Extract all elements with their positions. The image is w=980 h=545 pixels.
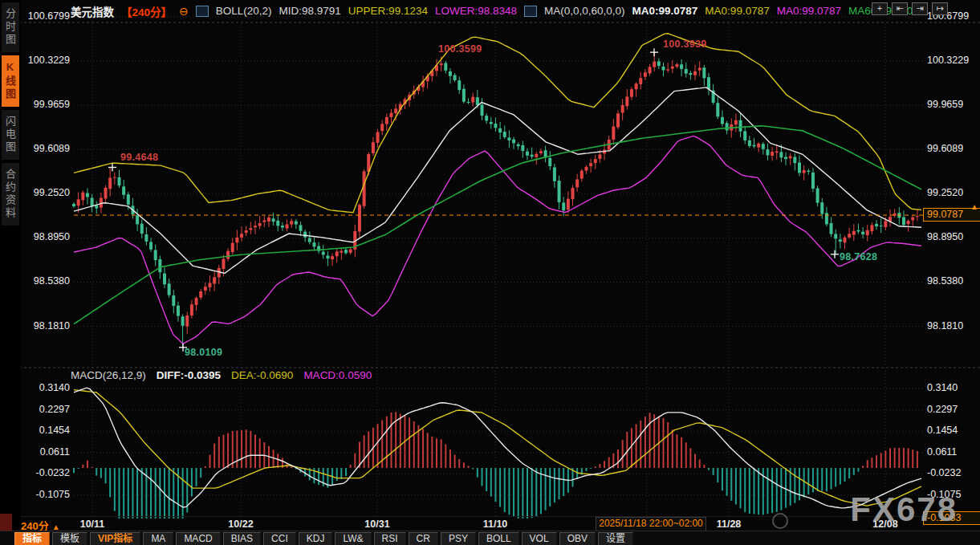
boll-indicator-icon[interactable]	[196, 6, 209, 17]
toolbar-button-BOLL[interactable]: BOLL	[478, 532, 519, 545]
x-axis-tick: 10/31	[364, 519, 389, 530]
ma0-value-2: MA0:99.0787	[705, 5, 769, 17]
toolbar-button-PSY[interactable]: PSY	[441, 532, 476, 545]
ma0-value-3: MA0:99.0787	[777, 5, 841, 17]
x-axis-tick: 10/11	[80, 519, 105, 530]
x-axis-tick: 11/28	[717, 519, 742, 530]
ma-indicator-icon[interactable]	[524, 6, 537, 17]
macd-dea-value: DEA:-0.0690	[231, 369, 293, 381]
toolbar-button-CCI[interactable]: CCI	[263, 532, 296, 545]
indicator-header: 美元指数 【240分】 ⊖ BOLL(20,2) MID:98.9791 UPP…	[21, 0, 980, 22]
sidebar-bottom-accent	[0, 514, 12, 531]
period-label: 【240分】	[121, 3, 172, 19]
chart-type-sidebar: 分时图K线图闪电图合约资料	[0, 0, 21, 545]
chart-nav-icons: +⇤⇥↦	[872, 2, 948, 15]
toolbar-button-VOL[interactable]: VOL	[522, 532, 557, 545]
sidebar-tab-K线图[interactable]: K线图	[2, 55, 19, 107]
watermark: FX678	[850, 490, 958, 529]
toolbar-button-LW&[interactable]: LW&	[335, 532, 371, 545]
watermark-logo-ring	[772, 513, 788, 529]
zoom-out-icon[interactable]: ⇤	[892, 2, 908, 15]
macd-header: MACD(26,12,9) DIFF:-0.0395 DEA:-0.0690 M…	[71, 369, 372, 381]
toolbar-button-VIP指标[interactable]: VIP指标	[90, 532, 140, 545]
current-price-value: 99.0787	[927, 209, 963, 220]
price-up-arrow-icon: ▲	[970, 201, 978, 213]
boll-mid-value: MID:98.9791	[279, 5, 341, 17]
crosshair-date-label: 2025/11/18 22:00~02:00 二	[596, 517, 706, 531]
candlestick-chart-canvas[interactable]	[0, 0, 980, 545]
sidebar-tab-分时图[interactable]: 分时图	[2, 2, 19, 52]
ma0-value-1: MA0:99.0787	[632, 5, 698, 17]
boll-lower-value: LOWER:98.8348	[435, 5, 517, 17]
symbol-name: 美元指数	[71, 3, 114, 19]
toolbar-button-MA[interactable]: MA	[143, 532, 173, 545]
boll-label: BOLL(20,2)	[216, 5, 272, 17]
x-axis-tick: 11/10	[483, 519, 508, 530]
current-price-box: 99.0787 ▲	[923, 208, 980, 222]
trading-app: 分时图K线图闪电图合约资料 美元指数 【240分】 ⊖ BOLL(20,2) M…	[0, 0, 980, 545]
toolbar-button-KDJ[interactable]: KDJ	[299, 532, 333, 545]
toolbar-button-CR[interactable]: CR	[409, 532, 438, 545]
pan-right-icon[interactable]: ↦	[932, 2, 948, 15]
macd-macd-value: MACD:0.0590	[303, 369, 372, 381]
toolbar-button-设置[interactable]: 设置	[598, 532, 633, 545]
toolbar-button-指标[interactable]: 指标	[14, 532, 50, 545]
macd-title: MACD(26,12,9)	[71, 369, 146, 381]
boll-upper-value: UPPER:99.1234	[348, 5, 428, 17]
sidebar-tab-合约资料[interactable]: 合约资料	[2, 163, 19, 226]
toolbar-button-OBV[interactable]: OBV	[559, 532, 596, 545]
indicator-toolbar: 指标模板VIP指标MAMACDBIASCCIKDJLW&RSICRPSYBOLL…	[0, 531, 980, 545]
x-axis-tick: 10/22	[228, 519, 253, 530]
zoom-in-icon[interactable]: ⇥	[912, 2, 928, 15]
toolbar-button-模板[interactable]: 模板	[52, 532, 87, 545]
toolbar-button-BIAS[interactable]: BIAS	[223, 532, 261, 545]
sidebar-tab-闪电图[interactable]: 闪电图	[2, 110, 19, 160]
x-axis-row: 240分▲ 2025/11/18 22:00~02:00 二 10/1110/2…	[21, 516, 980, 531]
crosshair-icon[interactable]: +	[872, 2, 888, 15]
toolbar-button-RSI[interactable]: RSI	[374, 532, 406, 545]
collapse-pane-icon[interactable]: ⊖	[179, 6, 189, 16]
ma-label: MA(0,0,0,60,0,0)	[544, 5, 625, 17]
toolbar-button-MACD[interactable]: MACD	[176, 532, 220, 545]
macd-diff-value: DIFF:-0.0395	[157, 369, 221, 381]
